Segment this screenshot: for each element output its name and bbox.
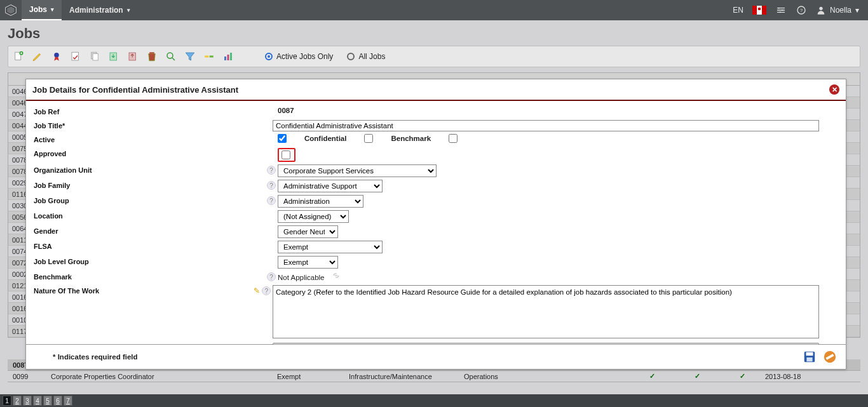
pager-page-6[interactable]: 6 [53, 396, 62, 406]
radio-active-jobs[interactable]: Active Jobs Only [265, 52, 333, 61]
checkbox-active[interactable] [278, 134, 287, 143]
help-icon[interactable]: ? [267, 196, 276, 205]
select-org-unit[interactable]: Corporate Support Services [278, 164, 437, 177]
toolbar: Active Jobs Only All Jobs [8, 46, 860, 67]
user-icon [816, 5, 826, 15]
save-button[interactable] [801, 349, 818, 365]
radio-all-jobs[interactable]: All Jobs [347, 52, 385, 61]
link-icon[interactable] [330, 271, 342, 280]
svg-rect-20 [224, 57, 226, 60]
select-flsa[interactable]: Exempt [278, 241, 383, 253]
nav-jobs[interactable]: Jobs ▾ [22, 0, 62, 20]
textarea-accountability[interactable]: The Confidential Administrative Assistan… [273, 343, 819, 344]
award-button[interactable] [49, 49, 64, 64]
svg-point-7 [819, 7, 822, 10]
export-button[interactable] [106, 49, 121, 64]
label-nature: Nature Of The Work [34, 285, 252, 295]
input-job-title[interactable] [273, 120, 819, 131]
user-menu[interactable]: Noella ▾ [816, 5, 859, 15]
select-gender[interactable]: Gender Neutral [278, 225, 338, 238]
pager-page-1[interactable]: 1 [3, 396, 11, 406]
label-location: Location [34, 210, 256, 220]
svg-point-3 [782, 10, 783, 11]
compare-button[interactable] [201, 49, 217, 64]
help-icon[interactable]: ? [267, 181, 276, 190]
svg-rect-22 [230, 53, 232, 60]
radio-active-label: Active Jobs Only [276, 52, 333, 61]
required-note: * Indicates required field [53, 353, 138, 361]
svg-rect-18 [205, 56, 208, 58]
nav-admin-label: Administration [69, 6, 123, 15]
label-job-group: Job Group [34, 195, 256, 204]
svg-rect-13 [93, 54, 98, 61]
checkbox-benchmark[interactable] [449, 134, 458, 143]
pager-page-4[interactable]: 4 [33, 396, 42, 406]
app-logo [0, 0, 22, 20]
help-icon[interactable]: ? [796, 4, 807, 16]
value-benchmark: Not Applicable [278, 272, 325, 281]
top-nav: Jobs ▾ Administration ▾ EN ? Noella ▾ [0, 0, 868, 20]
help-icon[interactable]: ? [267, 272, 276, 281]
checkbox-confidential[interactable] [364, 134, 373, 143]
user-name: Noella [830, 6, 851, 15]
nav-jobs-label: Jobs [29, 5, 47, 14]
modal-body-scroll[interactable]: Job Ref 0087 Job Title* Active Confident… [26, 101, 846, 344]
label-benchmark: Benchmark [34, 271, 256, 281]
svg-rect-21 [227, 55, 229, 60]
label-org-unit: Organization Unit [34, 164, 256, 174]
select-job-family[interactable]: Administrative Support [278, 180, 383, 192]
checkbox-approved[interactable] [281, 150, 290, 159]
import-button[interactable] [125, 49, 140, 64]
svg-rect-19 [210, 56, 214, 58]
label-job-family: Job Family [34, 180, 256, 189]
cancel-button[interactable] [822, 349, 838, 365]
value-job-ref: 0087 [278, 105, 294, 114]
label-job-title: Job Title* [34, 120, 252, 130]
edit-button[interactable] [30, 49, 45, 64]
delete-button[interactable] [144, 49, 159, 64]
filter-button[interactable] [182, 49, 198, 64]
radio-on-icon [265, 53, 273, 60]
copy-button[interactable] [87, 49, 102, 64]
pager: 1234567 [0, 394, 868, 407]
label-level-group: Job Level Group [34, 256, 256, 265]
nav-administration[interactable]: Administration ▾ [62, 0, 138, 20]
pager-page-2[interactable]: 2 [13, 396, 22, 406]
language-code[interactable]: EN [733, 6, 743, 15]
select-job-group[interactable]: Administration [278, 195, 363, 208]
table-row[interactable]: 0099Corporate Properties CoordinatorExem… [8, 371, 860, 382]
approved-highlight [278, 148, 295, 162]
pager-page-5[interactable]: 5 [43, 396, 52, 406]
help-icon[interactable]: ? [267, 166, 276, 175]
select-level-group[interactable]: Exempt [278, 256, 338, 269]
job-details-panel: Job Details for Confidential Administrat… [25, 79, 846, 370]
modal-title: Job Details for Confidential Administrat… [32, 85, 238, 95]
svg-point-2 [778, 8, 780, 9]
svg-point-4 [780, 11, 781, 13]
pager-page-7[interactable]: 7 [64, 396, 72, 406]
label-active: Active [34, 134, 256, 143]
pager-page-3[interactable]: 3 [23, 396, 32, 406]
doc-check-button[interactable] [68, 49, 83, 64]
label-job-ref: Job Ref [34, 106, 256, 116]
settings-icon[interactable] [775, 4, 787, 16]
chart-button[interactable] [220, 49, 236, 64]
label-benchmark-flag: Benchmark [391, 135, 431, 142]
help-icon[interactable]: ? [262, 286, 271, 295]
svg-text:?: ? [800, 8, 803, 13]
label-accountability: General Accountability [34, 343, 252, 344]
radio-all-label: All Jobs [358, 52, 385, 61]
close-icon[interactable]: ✕ [829, 84, 839, 95]
svg-rect-25 [806, 357, 812, 361]
chevron-down-icon: ▾ [855, 6, 859, 15]
edit-icon[interactable]: ✎ [254, 286, 260, 295]
textarea-nature[interactable]: Category 2 (Refer to the Identified Job … [273, 285, 819, 338]
search-button[interactable] [163, 49, 179, 64]
flag-canada-icon [752, 6, 766, 15]
chevron-down-icon: ▾ [51, 6, 54, 13]
page-title: Jobs [0, 20, 868, 46]
select-location[interactable]: (Not Assigned) [278, 210, 349, 223]
svg-rect-16 [149, 52, 154, 53]
label-confidential: Confidential [304, 135, 346, 142]
new-job-button[interactable] [11, 49, 26, 64]
